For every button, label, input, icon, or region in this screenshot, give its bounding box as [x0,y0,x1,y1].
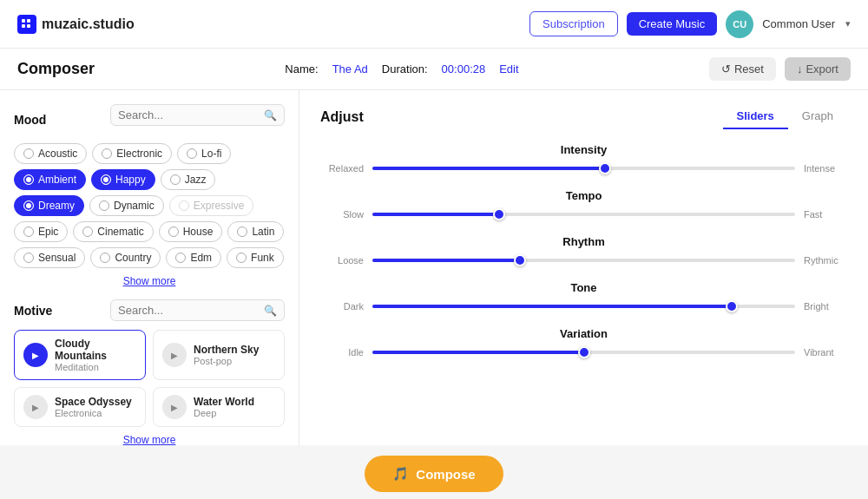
motive-card[interactable]: ▶ Water World Deep [153,387,285,427]
slider-fill [372,259,520,262]
motive-name: Water World [194,396,254,408]
slider-max-label: Fast [804,209,847,220]
create-music-button[interactable]: Create Music [627,12,718,36]
tag-label: Happy [115,174,146,186]
mood-tag[interactable]: Lo-fi [177,143,231,164]
mood-tag[interactable]: Jazz [161,169,216,190]
motive-info: Cloudy Mountains Meditation [55,338,136,372]
tag-radio [102,148,112,159]
motive-sub: Meditation [55,362,136,372]
tag-radio [23,174,34,185]
mood-tag[interactable]: Edm [166,247,221,268]
chevron-down-icon[interactable]: ▾ [845,18,851,30]
slider-row: Loose Rythmic [320,255,847,266]
tag-label: Epic [38,226,58,238]
user-name: Common User [762,17,835,30]
svg-rect-2 [22,24,25,28]
motive-card[interactable]: ▶ Northern Sky Post-pop [153,330,285,380]
slider-thumb[interactable] [599,162,611,174]
reset-button[interactable]: ↺ Reset [709,57,776,81]
mood-tag[interactable]: Epic [14,221,68,242]
mood-tag[interactable]: Dynamic [89,195,164,216]
mood-tag[interactable]: Sensual [14,247,85,268]
slider-min-label: Dark [320,301,364,312]
subscription-button[interactable]: Subscription [529,11,618,36]
tag-label: Sensual [38,252,76,264]
slider-fill [372,167,605,170]
motive-name: Northern Sky [194,344,259,356]
mood-tag[interactable]: Latin [227,221,284,242]
slider-max-label: Rythmic [804,255,847,266]
compose-area: 🎵 Compose [0,445,868,499]
slider-track[interactable] [372,305,795,308]
mood-tag[interactable]: Acoustic [14,143,87,164]
mood-tag[interactable]: Funk [227,247,284,268]
slider-max-label: Bright [804,301,847,312]
mood-tag[interactable]: Country [90,247,161,268]
tag-radio [100,253,110,263]
tag-radio [175,253,186,263]
motive-card[interactable]: ▶ Space Odyssey Electronica [14,387,146,427]
tag-radio [170,174,181,185]
motive-name: Space Odyssey [55,396,132,408]
mood-tag[interactable]: Cinematic [73,221,153,242]
compose-music-icon: 🎵 [392,466,409,482]
slider-thumb[interactable] [493,208,505,220]
export-icon: ↓ [797,62,803,76]
tab-graph[interactable]: Graph [788,104,847,129]
motive-info: Northern Sky Post-pop [194,344,259,366]
right-panel: Adjust SlidersGraph Intensity Relaxed In… [299,90,868,445]
motive-card[interactable]: ▶ Cloudy Mountains Meditation [14,330,146,380]
slider-thumb[interactable] [578,346,590,358]
motive-search-input[interactable] [118,304,264,317]
motive-play-button[interactable]: ▶ [23,343,48,367]
slider-track[interactable] [372,167,795,170]
motive-play-button[interactable]: ▶ [162,343,187,367]
slider-thumb[interactable] [514,254,526,266]
tag-label: Dynamic [114,200,155,212]
tag-radio [237,227,247,237]
main-content: Mood 🔍 AcousticElectronicLo-fiAmbientHap… [0,90,868,445]
header: muzaic.studio Subscription Create Music … [0,0,868,49]
tag-radio [82,227,93,237]
tag-label: Electronic [116,148,162,160]
slider-thumb[interactable] [726,300,738,312]
motive-show-more-button[interactable]: Show more [123,434,176,445]
slider-min-label: Loose [320,255,364,266]
mood-tag[interactable]: Dreamy [14,195,84,216]
tag-label: House [183,226,214,238]
slider-track[interactable] [372,213,795,216]
slider-track[interactable] [372,351,795,354]
mood-tag[interactable]: House [159,221,223,242]
mood-search-input[interactable] [118,108,264,121]
motive-play-button[interactable]: ▶ [162,395,187,419]
mood-show-more-button[interactable]: Show more [123,275,176,287]
slider-row: Relaxed Intense [320,163,847,174]
slider-track[interactable] [372,259,795,262]
slider-row: Slow Fast [320,209,847,220]
tag-label: Ambient [38,174,76,186]
slider-label: Intensity [561,143,607,156]
motive-info: Space Odyssey Electronica [55,396,132,418]
motive-play-button[interactable]: ▶ [23,395,48,419]
tabs: SlidersGraph [723,104,848,129]
page: Composer Name: The Ad Duration: 00:00:28… [0,49,868,499]
compose-button[interactable]: 🎵 Compose [365,456,503,492]
slider-fill [372,213,499,216]
mood-search-box[interactable]: 🔍 [110,104,285,126]
tag-label: Latin [252,226,274,238]
tag-radio [187,148,197,159]
slider-group-variation: Variation Idle Vibrant [320,327,847,358]
export-button[interactable]: ↓ Export [785,57,851,81]
mood-tag[interactable]: Ambient [14,169,86,190]
mood-section-title: Mood [14,113,46,127]
adjust-header: Adjust SlidersGraph [320,104,847,129]
tab-sliders[interactable]: Sliders [723,104,788,129]
edit-button[interactable]: Edit [499,62,518,76]
left-panel: Mood 🔍 AcousticElectronicLo-fiAmbientHap… [0,90,299,445]
motive-search-box[interactable]: 🔍 [110,299,285,321]
slider-label: Rhythm [562,235,604,248]
mood-tag[interactable]: Happy [91,169,155,190]
motive-sub: Electronica [55,408,132,418]
mood-tag[interactable]: Electronic [92,143,172,164]
